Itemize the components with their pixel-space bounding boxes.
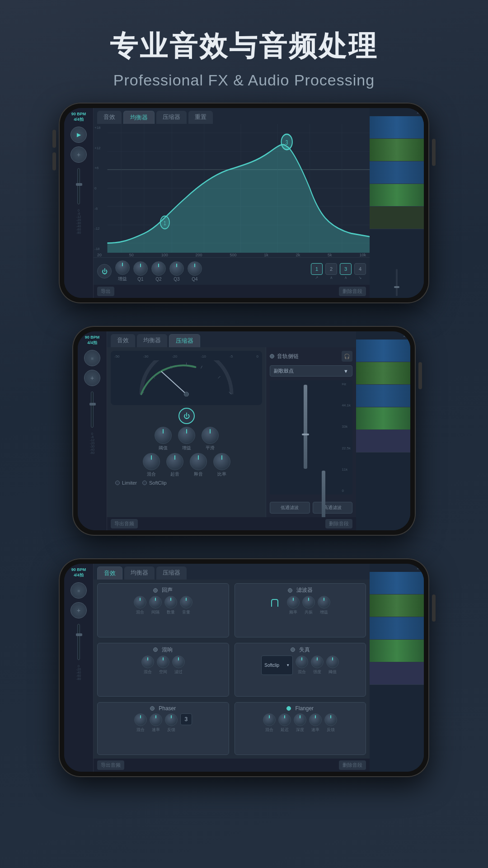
track-item-4[interactable] <box>370 184 424 207</box>
track-item-2[interactable] <box>370 139 424 161</box>
q2-knob[interactable] <box>151 261 166 276</box>
band-1-button[interactable]: 1 <box>311 263 323 275</box>
freq-slider-thumb[interactable] <box>302 434 309 435</box>
volume-up-button[interactable] <box>52 130 56 148</box>
export-button-3[interactable]: 导出音频 <box>97 760 124 770</box>
highpass-button[interactable]: 高通滤波 <box>313 502 353 514</box>
filter-dot[interactable] <box>288 588 292 593</box>
add-button-2[interactable]: + <box>84 370 100 386</box>
flanger-mix-knob[interactable] <box>263 713 276 726</box>
dist-mix-knob[interactable] <box>296 656 308 668</box>
tab-eq-2[interactable]: 均衡器 <box>137 334 167 347</box>
tab-compressor-1[interactable]: 压缩器 <box>156 111 187 124</box>
track-item-5[interactable] <box>370 207 424 229</box>
echo-count-knob[interactable] <box>164 596 177 609</box>
attack-knob[interactable] <box>166 453 183 470</box>
lowpass-button[interactable]: 低通滤波 <box>270 502 310 514</box>
tab-effects-3[interactable]: 音效 <box>97 566 122 580</box>
track-item-3-1[interactable] <box>370 572 424 594</box>
track-item-3-2[interactable] <box>370 594 424 617</box>
play-button-1[interactable]: ▶ <box>70 127 87 143</box>
reverb-mix-knob[interactable] <box>141 656 154 668</box>
echo-interval-knob[interactable] <box>149 596 162 609</box>
headphones-button[interactable]: 🎧 <box>342 351 352 362</box>
ratio-knob[interactable] <box>213 453 230 470</box>
release-knob[interactable] <box>190 453 207 470</box>
volume-fader-3[interactable] <box>77 624 80 660</box>
reverb-filter-knob[interactable] <box>172 656 185 668</box>
dist-intensity-knob[interactable] <box>311 656 324 668</box>
track-item-2-3[interactable] <box>356 385 410 407</box>
flanger-delay-knob[interactable] <box>278 713 291 726</box>
distortion-type-select[interactable]: Softclip ▼ <box>261 656 293 675</box>
band-3-button[interactable]: 3 <box>340 263 352 275</box>
reverb-dot[interactable] <box>153 647 158 652</box>
tab-eq-1[interactable]: 均衡器 <box>123 111 155 124</box>
tab-compressor-2[interactable]: 压缩器 <box>169 334 200 347</box>
power-button-2[interactable] <box>418 362 422 389</box>
track-item-3-3[interactable] <box>370 617 424 640</box>
track-item-3[interactable] <box>370 161 424 184</box>
track-item-3-4[interactable] <box>370 640 424 662</box>
comp-power-button[interactable]: ⏻ <box>178 408 195 424</box>
volume-fader-1[interactable] <box>77 168 80 204</box>
q4-knob[interactable] <box>188 261 202 276</box>
tab-reset-1[interactable]: 重置 <box>188 111 213 124</box>
remove-segment-button-2[interactable]: 删除音段 <box>325 519 352 528</box>
threshold-knob[interactable] <box>155 427 172 444</box>
dist-threshold-knob[interactable] <box>326 656 339 668</box>
add-button-3[interactable]: + <box>70 602 87 618</box>
freq-slider-bar[interactable] <box>304 385 307 469</box>
eq-power-button[interactable]: ⏻ <box>97 264 112 278</box>
gain-knob[interactable] <box>115 260 130 275</box>
volume-down-button[interactable] <box>52 152 56 170</box>
distortion-dot[interactable] <box>291 647 295 652</box>
mix-knob[interactable] <box>143 453 160 470</box>
play-button-3[interactable]: ■ <box>70 582 87 599</box>
track-item-3-5[interactable] <box>370 662 424 685</box>
phaser-stages-box[interactable]: 3 <box>180 713 192 725</box>
phaser-feedback-knob[interactable] <box>165 713 178 726</box>
track-item-1[interactable] <box>370 116 424 139</box>
filter-res-knob[interactable] <box>302 596 315 609</box>
phaser-dot[interactable] <box>150 706 155 711</box>
flanger-feedback-knob[interactable] <box>324 713 337 726</box>
filter-gain-knob[interactable] <box>318 596 330 609</box>
echo-volume-knob[interactable] <box>180 596 192 609</box>
add-button-1[interactable]: + <box>70 146 87 163</box>
tab-effects-1[interactable]: 音效 <box>97 111 122 124</box>
tab-compressor-3[interactable]: 压缩器 <box>156 566 187 580</box>
track-item-2-5[interactable] <box>356 430 410 453</box>
remove-segment-button-1[interactable]: 删除音段 <box>339 287 366 296</box>
flanger-depth-knob[interactable] <box>294 713 306 726</box>
smooth-knob[interactable] <box>202 427 219 444</box>
export-button-1[interactable]: 导出 <box>97 287 114 296</box>
phaser-mix-knob[interactable] <box>134 713 147 726</box>
tab-eq-3[interactable]: 均衡器 <box>124 566 155 580</box>
filter-freq-knob[interactable] <box>287 596 300 609</box>
phaser-rate-knob[interactable] <box>150 713 162 726</box>
remove-segment-button-3[interactable]: 删除音段 <box>339 760 366 770</box>
power-button-3[interactable] <box>432 594 436 622</box>
band-2-button[interactable]: 2 <box>325 263 337 275</box>
softclip-radio[interactable]: SoftClip <box>142 480 167 486</box>
flanger-dot[interactable] <box>286 706 291 711</box>
gain-knob-2[interactable] <box>178 427 195 444</box>
q3-knob[interactable] <box>169 261 184 276</box>
tab-effects-2[interactable]: 音效 <box>111 334 135 347</box>
echo-mix-knob[interactable] <box>134 596 146 609</box>
limiter-radio[interactable]: Limiter <box>115 480 137 486</box>
sidechain-select[interactable]: 副歌鼓点 ▼ <box>270 365 352 377</box>
volume-fader-2[interactable] <box>91 392 94 428</box>
track-item-2-1[interactable] <box>356 340 410 362</box>
track-item-2-2[interactable] <box>356 362 410 385</box>
flanger-rate-knob[interactable] <box>309 713 322 726</box>
band-4-button[interactable]: 4 <box>354 263 366 275</box>
export-button-2[interactable]: 导出音频 <box>111 519 138 528</box>
play-button-2[interactable]: ■ <box>84 350 100 366</box>
track-item-2-4[interactable] <box>356 407 410 430</box>
power-button[interactable] <box>432 139 436 166</box>
q1-knob[interactable] <box>133 261 148 276</box>
reverb-space-knob[interactable] <box>157 656 169 668</box>
echo-dot[interactable] <box>153 588 158 593</box>
